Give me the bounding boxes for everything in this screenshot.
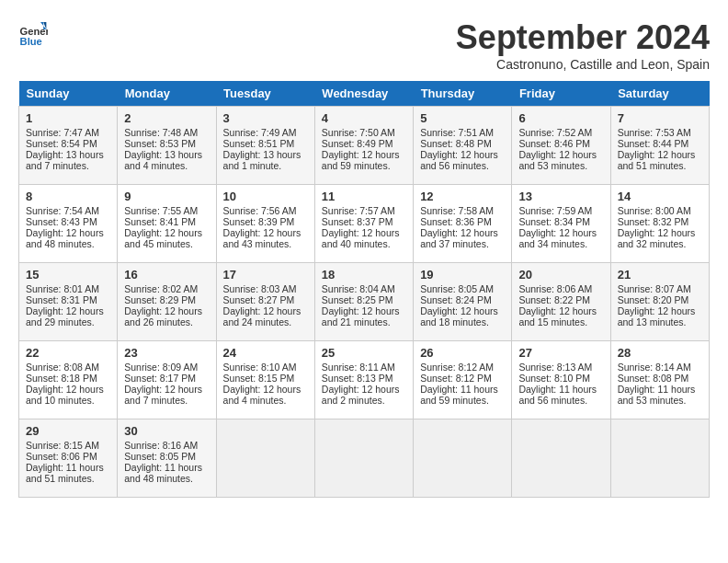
table-row: [512, 419, 610, 498]
table-row: 9Sunrise: 7:55 AMSunset: 8:41 PMDaylight…: [118, 185, 216, 263]
table-row: 30Sunrise: 8:16 AMSunset: 8:05 PMDayligh…: [118, 419, 216, 498]
table-row: [610, 419, 709, 498]
table-row: 20Sunrise: 8:06 AMSunset: 8:22 PMDayligh…: [512, 263, 610, 341]
table-row: [414, 419, 512, 498]
table-row: 14Sunrise: 8:00 AMSunset: 8:32 PMDayligh…: [610, 185, 709, 263]
col-sunday: Sunday: [19, 81, 118, 107]
location: Castronuno, Castille and Leon, Spain: [456, 57, 710, 72]
table-row: 8Sunrise: 7:54 AMSunset: 8:43 PMDaylight…: [19, 185, 118, 263]
table-row: 23Sunrise: 8:09 AMSunset: 8:17 PMDayligh…: [118, 341, 216, 419]
col-friday: Friday: [512, 81, 610, 107]
table-row: 11Sunrise: 7:57 AMSunset: 8:37 PMDayligh…: [314, 185, 413, 263]
table-row: 18Sunrise: 8:04 AMSunset: 8:25 PMDayligh…: [314, 263, 413, 341]
header-row: Sunday Monday Tuesday Wednesday Thursday…: [19, 81, 710, 107]
table-row: 2Sunrise: 7:48 AMSunset: 8:53 PMDaylight…: [118, 107, 216, 185]
col-thursday: Thursday: [414, 81, 512, 107]
table-row: 21Sunrise: 8:07 AMSunset: 8:20 PMDayligh…: [610, 263, 709, 341]
table-row: 6Sunrise: 7:52 AMSunset: 8:46 PMDaylight…: [512, 107, 610, 185]
table-row: 26Sunrise: 8:12 AMSunset: 8:12 PMDayligh…: [414, 341, 512, 419]
table-row: 25Sunrise: 8:11 AMSunset: 8:13 PMDayligh…: [314, 341, 413, 419]
logo: General Blue: [18, 18, 48, 48]
table-row: 3Sunrise: 7:49 AMSunset: 8:51 PMDaylight…: [216, 107, 314, 185]
table-row: [314, 419, 413, 498]
svg-text:Blue: Blue: [20, 36, 42, 47]
table-row: 17Sunrise: 8:03 AMSunset: 8:27 PMDayligh…: [216, 263, 314, 341]
col-tuesday: Tuesday: [216, 81, 314, 107]
table-row: 24Sunrise: 8:10 AMSunset: 8:15 PMDayligh…: [216, 341, 314, 419]
col-monday: Monday: [118, 81, 216, 107]
table-row: 1Sunrise: 7:47 AMSunset: 8:54 PMDaylight…: [19, 107, 118, 185]
col-saturday: Saturday: [610, 81, 709, 107]
table-row: 15Sunrise: 8:01 AMSunset: 8:31 PMDayligh…: [19, 263, 118, 341]
table-row: 29Sunrise: 8:15 AMSunset: 8:06 PMDayligh…: [19, 419, 118, 498]
table-row: 19Sunrise: 8:05 AMSunset: 8:24 PMDayligh…: [414, 263, 512, 341]
table-row: 22Sunrise: 8:08 AMSunset: 8:18 PMDayligh…: [19, 341, 118, 419]
table-row: 27Sunrise: 8:13 AMSunset: 8:10 PMDayligh…: [512, 341, 610, 419]
table-row: 12Sunrise: 7:58 AMSunset: 8:36 PMDayligh…: [414, 185, 512, 263]
title-block: September 2024 Castronuno, Castille and …: [456, 18, 710, 72]
col-wednesday: Wednesday: [314, 81, 413, 107]
table-row: 13Sunrise: 7:59 AMSunset: 8:34 PMDayligh…: [512, 185, 610, 263]
month-title: September 2024: [456, 18, 710, 57]
page-header: General Blue September 2024 Castronuno, …: [18, 18, 710, 72]
table-row: 5Sunrise: 7:51 AMSunset: 8:48 PMDaylight…: [414, 107, 512, 185]
calendar-table: Sunday Monday Tuesday Wednesday Thursday…: [18, 81, 710, 498]
table-row: 28Sunrise: 8:14 AMSunset: 8:08 PMDayligh…: [610, 341, 709, 419]
table-row: [216, 419, 314, 498]
logo-icon: General Blue: [18, 18, 48, 48]
table-row: 4Sunrise: 7:50 AMSunset: 8:49 PMDaylight…: [314, 107, 413, 185]
table-row: 7Sunrise: 7:53 AMSunset: 8:44 PMDaylight…: [610, 107, 709, 185]
table-row: 16Sunrise: 8:02 AMSunset: 8:29 PMDayligh…: [118, 263, 216, 341]
table-row: 10Sunrise: 7:56 AMSunset: 8:39 PMDayligh…: [216, 185, 314, 263]
